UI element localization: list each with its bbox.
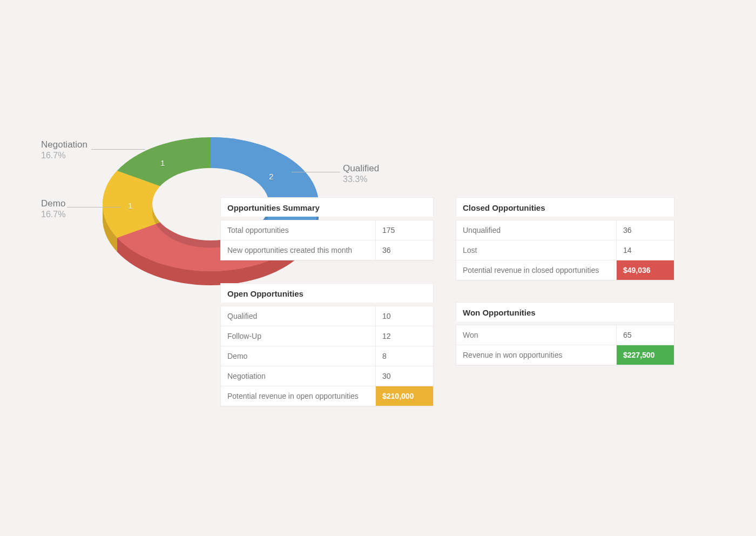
slice-count-qualified: 2 xyxy=(269,172,273,181)
callout-demo: Demo 16.7% xyxy=(41,198,65,219)
cell-value: 14 xyxy=(617,240,674,260)
table-row: Unqualified 36 xyxy=(456,220,674,240)
callout-demo-label: Demo xyxy=(41,198,65,209)
callout-negotiation: Negotiation 16.7% xyxy=(41,139,87,160)
callout-negotiation-label: Negotiation xyxy=(41,139,87,150)
cell-label: Total opportunities xyxy=(221,220,376,240)
cell-value: 12 xyxy=(376,326,434,346)
table-row: Follow-Up 12 xyxy=(221,326,434,346)
callout-qualified-label: Qualified xyxy=(343,163,379,173)
cell-label: Won xyxy=(456,325,617,345)
cell-value: 10 xyxy=(376,306,434,326)
callout-demo-pct: 16.7% xyxy=(41,210,65,219)
won-opportunities-title: Won Opportunities xyxy=(456,302,674,321)
table-row: Potential revenue in open opportunities … xyxy=(221,386,434,406)
cell-label: Revenue in won opportunities xyxy=(456,345,617,365)
open-opportunities-panel: Open Opportunities Qualified 10 Follow-U… xyxy=(220,283,434,406)
cell-label: Qualified xyxy=(221,306,376,326)
opportunities-summary-table: Total opportunities 175 New opportunitie… xyxy=(220,220,434,260)
open-opportunities-table: Qualified 10 Follow-Up 12 Demo 8 Negotia… xyxy=(220,306,434,406)
table-row: New opportunities created this month 36 xyxy=(221,240,434,260)
cell-value: 30 xyxy=(376,366,434,386)
opportunities-summary-title: Opportunities Summary xyxy=(220,197,434,217)
cell-value-highlight: $227,500 xyxy=(617,345,674,365)
cell-value: 8 xyxy=(376,346,434,366)
table-row: Demo 8 xyxy=(221,346,434,366)
table-row: Revenue in won opportunities $227,500 xyxy=(456,345,674,365)
cell-label: Demo xyxy=(221,346,376,366)
callout-qualified-pct: 33.3% xyxy=(343,175,367,184)
cell-label: Lost xyxy=(456,240,617,260)
slice-count-negotiation: 1 xyxy=(160,158,165,168)
callout-qualified: Qualified 33.3% xyxy=(343,163,379,184)
leader-qualified xyxy=(292,172,340,172)
table-row: Negotiation 30 xyxy=(221,366,434,386)
table-row: Qualified 10 xyxy=(221,306,434,326)
leader-negotiation xyxy=(91,149,145,150)
cell-label: Follow-Up xyxy=(221,326,376,346)
callout-negotiation-pct: 16.7% xyxy=(41,151,65,160)
table-row: Total opportunities 175 xyxy=(221,220,434,240)
table-row: Won 65 xyxy=(456,325,674,345)
cell-label: Potential revenue in closed opportunitie… xyxy=(456,260,617,280)
table-row: Potential revenue in closed opportunitie… xyxy=(456,260,674,280)
open-opportunities-title: Open Opportunities xyxy=(220,283,434,303)
cell-value: 36 xyxy=(617,220,674,240)
cell-label: Potential revenue in open opportunities xyxy=(221,386,376,406)
opportunities-summary-panel: Opportunities Summary Total opportunitie… xyxy=(220,197,434,260)
cell-value: 65 xyxy=(617,325,674,345)
table-row: Lost 14 xyxy=(456,240,674,260)
cell-value-highlight: $49,036 xyxy=(617,260,674,280)
closed-opportunities-panel: Closed Opportunities Unqualified 36 Lost… xyxy=(456,197,674,280)
won-opportunities-table: Won 65 Revenue in won opportunities $227… xyxy=(456,325,674,365)
cell-value: 175 xyxy=(376,220,434,240)
cell-label: Negotiation xyxy=(221,366,376,386)
cell-value-highlight: $210,000 xyxy=(376,386,434,406)
cell-label: New opportunities created this month xyxy=(221,240,376,260)
slice-count-demo: 1 xyxy=(128,201,132,210)
cell-label: Unqualified xyxy=(456,220,617,240)
leader-demo xyxy=(67,207,121,207)
won-opportunities-panel: Won Opportunities Won 65 Revenue in won … xyxy=(456,302,674,365)
closed-opportunities-table: Unqualified 36 Lost 14 Potential revenue… xyxy=(456,220,674,280)
closed-opportunities-title: Closed Opportunities xyxy=(456,197,674,217)
cell-value: 36 xyxy=(376,240,434,260)
